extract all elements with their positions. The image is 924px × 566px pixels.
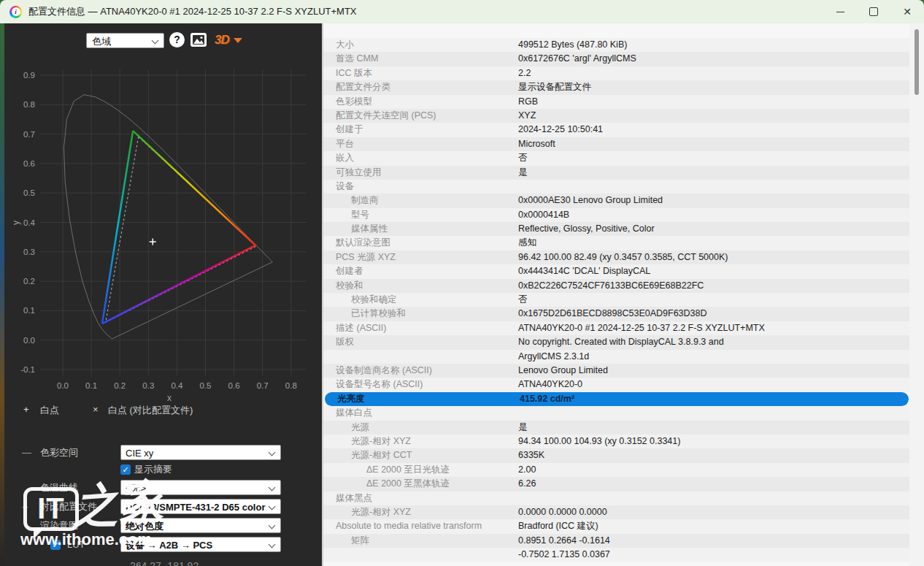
show-summary-label: 显示摘要 — [134, 463, 172, 476]
show-summary-checkbox[interactable]: ✓ — [120, 464, 131, 475]
svg-text:0.2: 0.2 — [114, 381, 126, 390]
row-label: 嵌入 — [336, 151, 354, 165]
table-row[interactable]: 平台Microsoft — [323, 137, 909, 151]
table-row[interactable]: ΔE 2000 至黑体轨迹6.26 — [323, 477, 909, 491]
row-label: 首选 CMM — [336, 52, 378, 66]
table-row[interactable]: 首选 CMM0x6172676C 'argl' ArgyllCMS — [323, 52, 909, 66]
table-row[interactable]: 设备 — [323, 180, 909, 194]
table-row[interactable]: 默认渲染意图感知 — [323, 236, 909, 250]
maximize-button[interactable] — [857, 0, 890, 23]
table-row[interactable]: 媒体白点 — [323, 406, 909, 420]
row-value: ATNA40YK20-0 #1 2024-12-25 10-37 2.2 F-S… — [518, 321, 765, 335]
whitepoint-legend-label: 白点 — [40, 404, 59, 417]
vertical-scrollbar[interactable] — [909, 23, 924, 566]
whitepoint-compare-x-icon: × — [93, 404, 99, 415]
row-value: No copyright. Created with DisplayCAL 3.… — [518, 335, 724, 349]
row-label: 光亮度 — [337, 392, 365, 406]
table-row[interactable]: ArgyllCMS 2.3.1d — [323, 350, 909, 364]
table-row[interactable]: 可独立使用是 — [323, 166, 909, 180]
table-row[interactable]: 设备制造商名称 (ASCII)Lenovo Group Limited — [323, 364, 909, 378]
gamut-triangle-edge — [102, 245, 255, 324]
chromaticity-diagram[interactable]: 0.00.10.20.30.40.50.60.70.8-0.10.00.10.2… — [4, 23, 322, 403]
chevron-down-icon — [269, 541, 276, 548]
row-label: 平台 — [336, 137, 354, 151]
table-row[interactable]: 创建者0x4443414C 'DCAL' DisplayCAL — [323, 264, 909, 278]
chevron-down-icon — [269, 449, 276, 456]
table-row[interactable]: 矩阵0.8951 0.2664 -0.1614 — [323, 534, 909, 548]
close-button[interactable]: ✕ — [890, 0, 924, 23]
row-value: 6.26 — [518, 477, 536, 491]
svg-text:0.4: 0.4 — [23, 218, 36, 227]
table-row[interactable]: 描述 (ASCII)ATNA40YK20-0 #1 2024-12-25 10-… — [323, 321, 909, 335]
table-row[interactable]: 校验和确定否 — [323, 293, 909, 307]
table-row[interactable]: Absolute to media relative transformBrad… — [323, 519, 909, 533]
row-value: 感知 — [518, 236, 536, 250]
row-value: ArgyllCMS 2.3.1d — [518, 350, 589, 364]
row-label: 色彩模型 — [336, 95, 372, 109]
table-row[interactable]: 配置文件分类显示设备配置文件 — [323, 80, 909, 94]
svg-text:0.5: 0.5 — [200, 381, 212, 390]
table-row[interactable]: 配置文件关连空间 (PCS)XYZ — [323, 109, 909, 123]
table-row[interactable]: 校验和0xB2C226C7524CF76133BC6E69E68B22FC — [323, 279, 909, 293]
rendering-intent-select[interactable]: 绝对色度 — [120, 518, 281, 533]
table-row[interactable]: ΔE 2000 至日光轨迹2.00 — [323, 463, 909, 477]
lut-checkbox[interactable]: ✓ — [50, 540, 61, 550]
lut-direction-select[interactable]: 设备 → A2B → PCS — [120, 537, 281, 552]
table-row[interactable]: 色彩模型RGB — [323, 95, 909, 109]
svg-text:0.0: 0.0 — [57, 381, 69, 390]
table-row[interactable]: PCS 光源 XYZ96.42 100.00 82.49 (xy 0.3457 … — [323, 251, 909, 264]
row-label: 版权 — [336, 335, 354, 349]
table-row[interactable]: 媒体属性Reflective, Glossy, Positive, Color — [323, 222, 909, 236]
table-row[interactable]: 制造商0x0000AE30 Lenovo Group Limited — [323, 194, 909, 207]
row-value: 0.0000 0.0000 0.0000 — [518, 505, 607, 519]
table-row[interactable]: 光源-相对 XYZ0.0000 0.0000 0.0000 — [323, 505, 909, 519]
svg-text:0.4: 0.4 — [171, 381, 183, 390]
colorspace-select[interactable]: CIE xy — [120, 445, 281, 460]
row-label: 设备制造商名称 (ASCII) — [336, 364, 432, 378]
row-value: Lenovo Group Limited — [518, 364, 608, 378]
table-row[interactable]: 版权No copyright. Created with DisplayCAL … — [323, 335, 909, 349]
table-row[interactable]: -0.7502 1.7135 0.0367 — [323, 548, 909, 562]
table-row[interactable]: 光源是 — [323, 421, 909, 435]
minimize-button[interactable] — [823, 0, 857, 23]
compare-profile-select[interactable]: DCI-P3/SMPTE-431-2 D65 color — [120, 499, 281, 514]
row-label: 校验和 — [336, 279, 363, 293]
row-label: 设备 — [336, 180, 354, 194]
row-label: 光源-相对 CCT — [351, 448, 412, 462]
rendering-intent-label: 渲染意图 — [40, 518, 78, 534]
colorspace-label: 色彩空间 — [40, 445, 78, 461]
table-row[interactable]: ICC 版本2.2 — [323, 66, 909, 80]
compare-profile-dash-marker: -- — [22, 499, 28, 515]
temp-curve-select[interactable]: <无> — [120, 480, 281, 495]
colorspace-line-marker: — — [22, 445, 31, 461]
row-value: Reflective, Glossy, Positive, Color — [518, 222, 655, 236]
window-title: 配置文件信息 — ATNA40YK20-0 #1 2024-12-25 10-3… — [28, 5, 357, 18]
row-label: 校验和确定 — [351, 293, 397, 307]
table-row[interactable]: 大小499512 Bytes (487.80 KiB) — [323, 38, 909, 52]
row-value: 显示设备配置文件 — [518, 80, 591, 94]
table-row-selected[interactable]: 光亮度415.92 cd/m² — [325, 392, 909, 406]
plot-legend: + 白点 × 白点 (对比配置文件) — [4, 404, 322, 420]
row-value: 0.8951 0.2664 -0.1614 — [518, 534, 610, 548]
table-row[interactable]: 型号0x0000414B — [323, 208, 909, 222]
profile-info-window: i 配置文件信息 — ATNA40YK20-0 #1 2024-12-25 10… — [0, 0, 924, 566]
profile-info-panel: 大小499512 Bytes (487.80 KiB)首选 CMM0x61726… — [323, 23, 909, 566]
lut-direction-value: 设备 → A2B → PCS — [126, 540, 212, 551]
whitepoint-plus-icon: + — [23, 404, 29, 415]
maximize-icon — [869, 7, 878, 16]
svg-text:x: x — [167, 393, 172, 403]
close-icon: ✕ — [903, 7, 912, 17]
table-row[interactable]: 已计算校验和0x1675D2D61BECD8898C53E0AD9F63D38D — [323, 307, 909, 321]
scrollbar-thumb[interactable] — [915, 29, 919, 95]
table-row[interactable]: 光源-相对 XYZ94.34 100.00 104.93 (xy 0.3152 … — [323, 435, 909, 448]
table-row[interactable]: 设备型号名称 (ASCII)ATNA40YK20-0 — [323, 378, 909, 391]
compare-profile-label: 对比配置文件 — [40, 499, 97, 515]
table-row[interactable]: 创建于2024-12-25 10:50:41 — [323, 123, 909, 137]
table-row[interactable]: 嵌入否 — [323, 151, 909, 165]
svg-text:0.7: 0.7 — [257, 381, 269, 390]
table-row[interactable]: 媒体黑点 — [323, 492, 909, 505]
chevron-down-icon — [269, 503, 276, 510]
compare-profile-value: DCI-P3/SMPTE-431-2 D65 color — [126, 502, 265, 513]
table-row[interactable]: 光源-相对 CCT6335K — [323, 448, 909, 462]
svg-text:0.2: 0.2 — [23, 277, 35, 286]
